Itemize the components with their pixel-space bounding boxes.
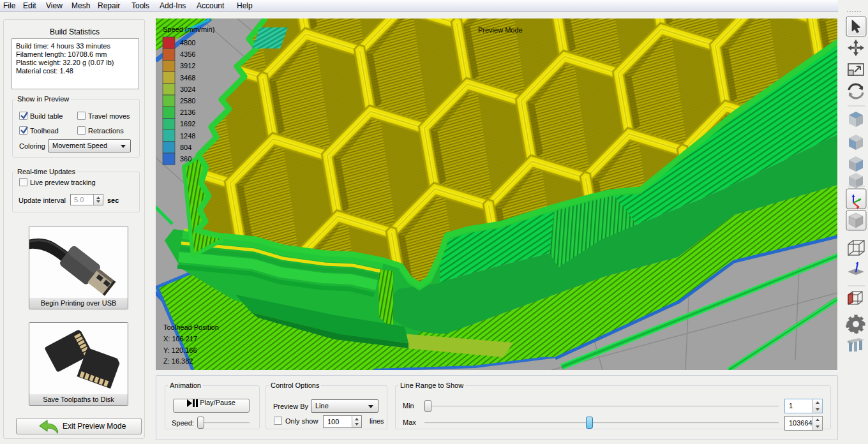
- svg-text:Preview Mode: Preview Mode: [478, 26, 523, 34]
- svg-text:360: 360: [180, 155, 191, 163]
- svg-text:3912: 3912: [180, 62, 195, 70]
- svg-text:Y: 120.166: Y: 120.166: [163, 346, 197, 354]
- svg-text:3468: 3468: [180, 74, 195, 82]
- svg-text:2136: 2136: [180, 108, 195, 116]
- svg-text:804: 804: [180, 144, 191, 151]
- svg-text:Toolhead Position: Toolhead Position: [163, 323, 219, 331]
- svg-text:3024: 3024: [180, 85, 195, 93]
- svg-text:1692: 1692: [180, 120, 195, 128]
- svg-text:Speed (mm/min): Speed (mm/min): [163, 26, 214, 33]
- svg-text:Z: 16.382: Z: 16.382: [163, 357, 193, 365]
- svg-text:1248: 1248: [180, 132, 195, 140]
- svg-text:4356: 4356: [180, 50, 195, 58]
- svg-text:X: 106.217: X: 106.217: [163, 335, 197, 343]
- svg-text:2580: 2580: [180, 97, 195, 105]
- svg-text:4800: 4800: [180, 39, 195, 47]
